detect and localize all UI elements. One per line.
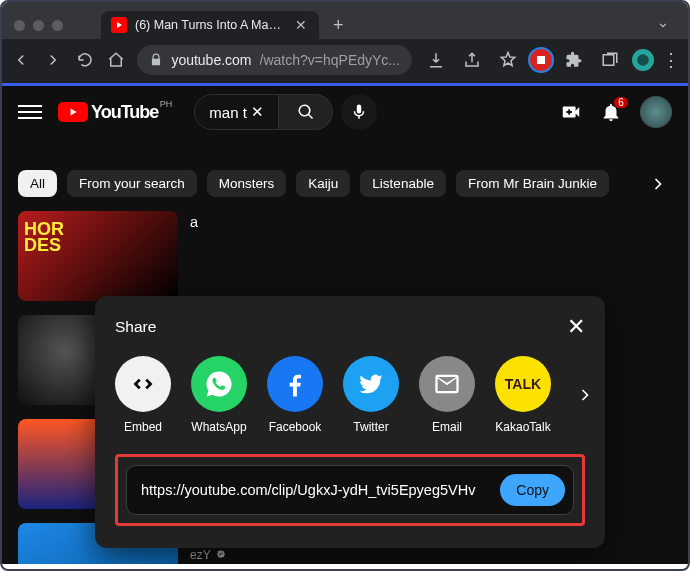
svg-marker-0 bbox=[117, 22, 122, 28]
chip-all[interactable]: All bbox=[18, 170, 57, 197]
browser-toolbar: youtube.com /watch?v=hqPEdyYc... ⋮ bbox=[2, 39, 688, 83]
window-minimize-icon[interactable] bbox=[33, 20, 44, 31]
share-kakaotalk[interactable]: TALK KakaoTalk bbox=[495, 356, 551, 434]
back-button[interactable] bbox=[10, 46, 32, 74]
svg-point-3 bbox=[637, 54, 649, 66]
search-value: man t bbox=[209, 104, 247, 121]
tab-close-icon[interactable]: ✕ bbox=[293, 17, 309, 33]
voice-search-button[interactable] bbox=[341, 94, 377, 130]
chip-monsters[interactable]: Monsters bbox=[207, 170, 287, 197]
share-url-text[interactable]: https://youtube.com/clip/UgkxJ-ydH_tvi5E… bbox=[141, 482, 500, 498]
share-embed[interactable]: Embed bbox=[115, 356, 171, 434]
tab-strip: (6) Man Turns Into A Massive T ✕ + bbox=[2, 2, 688, 39]
twitter-icon bbox=[343, 356, 399, 412]
video-title: a bbox=[190, 213, 198, 232]
share-facebook[interactable]: Facebook bbox=[267, 356, 323, 434]
country-code: PH bbox=[160, 99, 173, 109]
chip-from-channel[interactable]: From Mr Brain Junkie bbox=[456, 170, 609, 197]
share-next-icon[interactable] bbox=[571, 385, 595, 405]
search-input[interactable]: man t ✕ bbox=[194, 94, 279, 130]
forward-button[interactable] bbox=[42, 46, 64, 74]
video-meta: a bbox=[190, 211, 198, 301]
notification-badge: 6 bbox=[614, 97, 628, 108]
tabs-overflow-icon[interactable] bbox=[656, 18, 670, 32]
video-item[interactable]: a bbox=[18, 211, 672, 301]
browser-chrome: (6) Man Turns Into A Massive T ✕ + youtu… bbox=[2, 2, 688, 86]
filter-chips: All From your search Monsters Kaiju List… bbox=[2, 160, 688, 207]
window-maximize-icon[interactable] bbox=[52, 20, 63, 31]
notifications-button[interactable]: 6 bbox=[600, 101, 622, 123]
svg-rect-2 bbox=[603, 55, 614, 66]
chip-kaiju[interactable]: Kaiju bbox=[296, 170, 350, 197]
clear-search-icon[interactable]: ✕ bbox=[251, 103, 264, 121]
window-controls bbox=[14, 20, 63, 31]
new-tab-button[interactable]: + bbox=[327, 15, 350, 36]
search-icon bbox=[297, 103, 315, 121]
share-twitter[interactable]: Twitter bbox=[343, 356, 399, 434]
share-url-highlight: https://youtube.com/clip/UgkxJ-ydH_tvi5E… bbox=[115, 454, 585, 526]
modal-close-icon[interactable]: ✕ bbox=[567, 314, 585, 340]
video-channel[interactable]: ezY bbox=[190, 548, 476, 562]
youtube-favicon-icon bbox=[111, 17, 127, 33]
install-app-icon[interactable] bbox=[422, 46, 450, 74]
chip-from-search[interactable]: From your search bbox=[67, 170, 197, 197]
search-container: man t ✕ bbox=[194, 94, 377, 130]
facebook-icon bbox=[267, 356, 323, 412]
youtube-app: YouTube PH man t ✕ 6 All From bbox=[2, 86, 688, 564]
chip-listenable[interactable]: Listenable bbox=[360, 170, 446, 197]
header-actions: 6 bbox=[560, 96, 672, 128]
svg-marker-4 bbox=[71, 108, 77, 115]
chips-next-icon[interactable] bbox=[644, 174, 672, 194]
email-icon bbox=[419, 356, 475, 412]
verified-icon bbox=[215, 549, 227, 561]
extension-profile-icon[interactable] bbox=[632, 49, 654, 71]
youtube-logo[interactable]: YouTube PH bbox=[58, 102, 158, 123]
mic-icon bbox=[350, 103, 368, 121]
share-url-container: https://youtube.com/clip/UgkxJ-ydH_tvi5E… bbox=[126, 465, 574, 515]
embed-icon bbox=[115, 356, 171, 412]
search-button[interactable] bbox=[279, 94, 333, 130]
bookmark-star-icon[interactable] bbox=[494, 46, 522, 74]
svg-rect-1 bbox=[537, 56, 545, 64]
kakaotalk-icon: TALK bbox=[495, 356, 551, 412]
youtube-header: YouTube PH man t ✕ 6 bbox=[2, 86, 688, 138]
modal-title: Share bbox=[115, 318, 156, 336]
browser-tab[interactable]: (6) Man Turns Into A Massive T ✕ bbox=[101, 11, 319, 39]
url-path: /watch?v=hqPEdyYc... bbox=[260, 52, 400, 68]
whatsapp-icon bbox=[191, 356, 247, 412]
menu-button[interactable] bbox=[18, 100, 42, 124]
modal-header: Share ✕ bbox=[115, 314, 585, 340]
window-close-icon[interactable] bbox=[14, 20, 25, 31]
extension-adblock-icon[interactable] bbox=[530, 49, 552, 71]
tab-title: (6) Man Turns Into A Massive T bbox=[135, 18, 285, 32]
avatar[interactable] bbox=[640, 96, 672, 128]
toolbar-right: ⋮ bbox=[422, 46, 680, 74]
copy-button[interactable]: Copy bbox=[500, 474, 565, 506]
youtube-logo-text: YouTube bbox=[91, 102, 158, 123]
browser-menu-icon[interactable]: ⋮ bbox=[662, 49, 680, 71]
address-bar[interactable]: youtube.com /watch?v=hqPEdyYc... bbox=[137, 45, 412, 75]
share-targets: Embed WhatsApp Facebook Twitter Email TA… bbox=[115, 356, 585, 434]
lock-icon bbox=[149, 53, 163, 67]
url-host: youtube.com bbox=[171, 52, 251, 68]
tab-groups-icon[interactable] bbox=[596, 46, 624, 74]
create-button[interactable] bbox=[560, 101, 582, 123]
home-button[interactable] bbox=[106, 46, 128, 74]
share-whatsapp[interactable]: WhatsApp bbox=[191, 356, 247, 434]
share-email[interactable]: Email bbox=[419, 356, 475, 434]
share-icon[interactable] bbox=[458, 46, 486, 74]
reload-button[interactable] bbox=[74, 46, 96, 74]
share-modal: Share ✕ Embed WhatsApp Facebook Twitter bbox=[95, 296, 605, 548]
youtube-logo-icon bbox=[58, 102, 88, 122]
video-thumbnail[interactable] bbox=[18, 211, 178, 301]
extensions-icon[interactable] bbox=[560, 46, 588, 74]
